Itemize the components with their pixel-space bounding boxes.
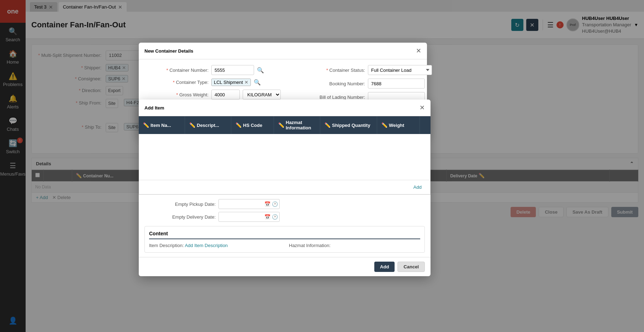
ai-empty-delivery-clock-icon[interactable]: 🕐 <box>272 214 278 220</box>
ai-empty-delivery-date: 📅 🕐 <box>218 212 280 222</box>
ncd-modal-close-button[interactable]: ✕ <box>416 47 421 55</box>
ncd-container-status-select[interactable]: Full Container Load LCL Shipment <box>368 65 432 75</box>
ncd-row-container-status: Container Status: Full Container Load LC… <box>301 65 432 75</box>
ncd-gross-weight-unit-select[interactable]: KILOGRAM POUND <box>243 90 281 100</box>
ai-col-weight: ✏️ Weight <box>377 116 420 134</box>
ai-hazmat-label: Hazmat Information: <box>289 243 331 248</box>
ai-col-shipped-qty: ✏️ Shipped Quantity <box>320 116 377 134</box>
ncd-container-number-search[interactable]: 🔍 <box>257 67 264 74</box>
add-item-modal: Add Item ✕ ✏️ Item Na... ✏️ Descript... … <box>139 100 431 276</box>
ai-modal-header: Add Item ✕ <box>139 100 431 116</box>
ncd-row-gross-weight: Gross Weight: KILOGRAM POUND <box>144 90 292 100</box>
ncd-container-type-remove[interactable]: ✕ <box>244 80 248 85</box>
ai-empty-delivery-calendar-icon[interactable]: 📅 <box>264 214 270 220</box>
ncd-container-number-input[interactable] <box>211 65 254 75</box>
ai-empty-pickup-date: 📅 🕐 <box>218 199 280 209</box>
ncd-gross-weight-input[interactable] <box>211 90 240 100</box>
ai-content-right: Hazmat Information: <box>289 243 420 248</box>
ncd-row-container-type: Container Type: LCL Shipment ✕ 🔍 <box>144 79 292 86</box>
ai-modal-extra: Empty Pickup Date: 📅 🕐 Empty Delivery Da… <box>139 194 431 257</box>
ai-col-item-name: ✏️ Item Na... <box>139 116 185 134</box>
ai-add-row-container: Add <box>139 180 431 194</box>
ncd-booking-number-input[interactable] <box>368 79 425 89</box>
ai-content-left: Item Description: Add Item Description <box>149 243 280 248</box>
ncd-booking-number-label: Booking Number: <box>301 81 365 86</box>
ai-col-hs-code: ✏️ HS Code <box>231 116 274 134</box>
ai-empty-pickup-label: Empty Pickup Date: <box>144 202 216 207</box>
ai-add-button[interactable]: Add <box>374 262 395 272</box>
ai-table-body <box>139 134 431 180</box>
ncd-row-container-number: Container Number: 🔍 <box>144 65 292 75</box>
ai-empty-pickup-row: Empty Pickup Date: 📅 🕐 <box>144 199 425 209</box>
ncd-container-type-search[interactable]: 🔍 <box>254 79 261 86</box>
ai-col-hazmat: ✏️ Hazmat Information <box>274 116 320 134</box>
ai-empty-delivery-row: Empty Delivery Date: 📅 🕐 <box>144 212 425 222</box>
ai-add-link[interactable]: Add <box>143 182 426 193</box>
ai-col-hazmat-edit[interactable]: ✏️ <box>278 122 284 128</box>
ncd-container-status-label: Container Status: <box>301 68 365 73</box>
ncd-modal-header: New Container Details ✕ <box>139 43 427 59</box>
ai-empty-pickup-clock-icon[interactable]: 🕐 <box>272 201 278 207</box>
ai-col-item-name-edit[interactable]: ✏️ <box>143 122 149 128</box>
ncd-container-number-label: Container Number: <box>144 68 208 73</box>
ai-col-hs-code-edit[interactable]: ✏️ <box>236 122 242 128</box>
ai-content-fields: Item Description: Add Item Description H… <box>149 243 420 248</box>
ai-col-shipped-qty-edit[interactable]: ✏️ <box>324 122 331 128</box>
ai-content-section: Content Item Description: Add Item Descr… <box>144 226 425 253</box>
ai-empty-pickup-calendar-icon[interactable]: 📅 <box>264 201 270 207</box>
ai-col-description: ✏️ Descript... <box>185 116 231 134</box>
ai-modal-title: Add Item <box>144 105 164 111</box>
ncd-row-booking-number: Booking Number: <box>301 79 432 89</box>
ai-col-actions <box>420 116 431 134</box>
ai-modal-close-button[interactable]: ✕ <box>419 104 425 112</box>
ai-col-description-edit[interactable]: ✏️ <box>189 122 195 128</box>
ai-item-description-link[interactable]: Add Item Description <box>185 243 228 248</box>
ncd-gross-weight-label: Gross Weight: <box>144 92 208 97</box>
ai-empty-pickup-input[interactable] <box>220 202 263 207</box>
ai-empty-delivery-label: Empty Delivery Date: <box>144 214 216 220</box>
ncd-container-type-tag: LCL Shipment ✕ <box>211 79 251 86</box>
ai-modal-footer: Add Cancel <box>139 257 431 276</box>
ai-content-title: Content <box>149 231 420 239</box>
ai-table-header: ✏️ Item Na... ✏️ Descript... ✏️ HS Code … <box>139 116 431 134</box>
ncd-bol-label: Bill of Lading Number: <box>301 95 365 100</box>
ai-modal-body: ✏️ Item Na... ✏️ Descript... ✏️ HS Code … <box>139 116 431 194</box>
ai-col-weight-edit[interactable]: ✏️ <box>381 122 387 128</box>
ai-item-description-label: Item Description: <box>149 243 185 248</box>
ncd-container-type-label: Container Type: <box>144 80 208 85</box>
ai-empty-delivery-input[interactable] <box>220 214 263 220</box>
ncd-modal-title: New Container Details <box>144 48 193 54</box>
ai-cancel-button[interactable]: Cancel <box>397 262 425 272</box>
